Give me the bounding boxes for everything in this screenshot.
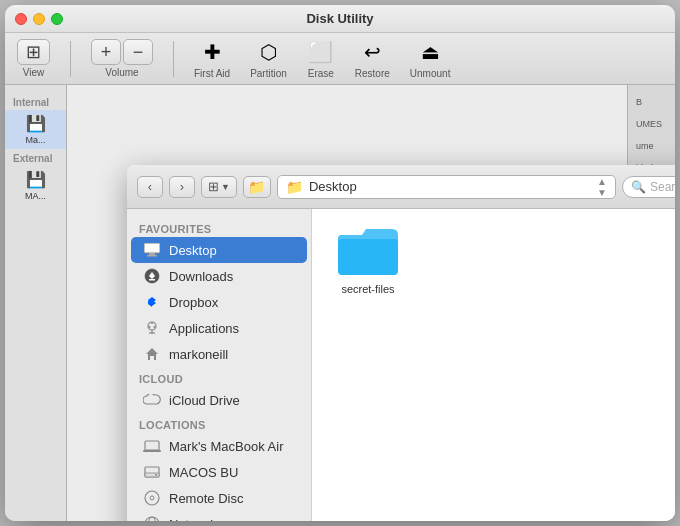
drive-icon — [143, 463, 161, 481]
unmount-icon: ⏏ — [416, 38, 444, 66]
sidebar-item-network[interactable]: Network — [131, 511, 307, 521]
traffic-lights — [15, 13, 63, 25]
toolbar-sep-1 — [70, 41, 71, 77]
sidebar-item-network-label: Network — [169, 517, 217, 522]
disk-item-external-label: MA... — [13, 191, 58, 201]
maximize-button[interactable] — [51, 13, 63, 25]
view-label: View — [23, 67, 45, 78]
favourites-section-label: Favourites — [127, 217, 311, 237]
svg-rect-18 — [145, 441, 159, 450]
sidebar-item-dropbox[interactable]: Dropbox — [131, 289, 307, 315]
sidebar-item-desktop[interactable]: Desktop — [131, 237, 307, 263]
first-aid-action[interactable]: ✚ First Aid — [194, 38, 230, 79]
sidebar-item-remote-disc[interactable]: Remote Disc — [131, 485, 307, 511]
unmount-label: Unmount — [410, 68, 451, 79]
first-aid-label: First Aid — [194, 68, 230, 79]
close-button[interactable] — [15, 13, 27, 25]
home-icon — [143, 345, 161, 363]
applications-icon — [143, 319, 161, 337]
partition-action[interactable]: ⬡ Partition — [250, 38, 287, 79]
search-box[interactable]: 🔍 Search — [622, 176, 675, 198]
dropbox-icon — [143, 293, 161, 311]
add-volume-button[interactable]: + — [91, 39, 121, 65]
sidebar-item-markoneill[interactable]: markoneill — [131, 341, 307, 367]
icloud-icon — [143, 391, 161, 409]
svg-rect-19 — [143, 450, 161, 452]
file-area: secret-files — [312, 209, 675, 521]
svg-rect-2 — [147, 255, 157, 257]
window-title: Disk Utility — [306, 11, 373, 26]
disk-item-external[interactable]: 💾 MA... — [5, 166, 66, 205]
svg-point-23 — [145, 491, 159, 505]
nav-forward-button[interactable]: › — [169, 176, 195, 198]
volume-buttons: + − — [91, 39, 153, 65]
erase-label: Erase — [308, 68, 334, 79]
sidebar-item-macbook-air[interactable]: Mark's MacBook Air — [131, 433, 307, 459]
view-group: ⊞ View — [17, 39, 50, 78]
erase-action[interactable]: ⬜ Erase — [307, 38, 335, 79]
right-panel-ume: ume — [632, 137, 671, 155]
remove-volume-button[interactable]: − — [123, 39, 153, 65]
volume-group: + − Volume — [91, 39, 153, 78]
folder-icon-secret-files — [338, 225, 398, 277]
macbook-icon — [143, 437, 161, 455]
right-panel-umes: UMES — [632, 115, 671, 133]
desktop-icon — [143, 241, 161, 259]
view-mode-button[interactable]: ⊞ ▼ — [201, 176, 237, 198]
sidebar-item-downloads[interactable]: Downloads — [131, 263, 307, 289]
file-item-secret-files[interactable]: secret-files — [328, 225, 408, 295]
svg-point-24 — [150, 496, 154, 500]
location-folder-icon: 📁 — [286, 179, 303, 195]
network-icon — [143, 515, 161, 521]
first-aid-icon: ✚ — [198, 38, 226, 66]
svg-rect-29 — [338, 239, 398, 275]
folder-create-icon: 📁 — [248, 179, 265, 195]
location-dropdown[interactable]: 📁 Desktop ▲ ▼ — [277, 175, 616, 199]
disc-icon — [143, 489, 161, 507]
restore-action[interactable]: ↩ Restore — [355, 38, 390, 79]
volume-label: Volume — [105, 67, 138, 78]
new-folder-button[interactable]: 📁 — [243, 176, 271, 198]
svg-point-25 — [145, 517, 159, 521]
dialog-toolbar: ‹ › ⊞ ▼ 📁 📁 Desktop ▲ ▼ — [127, 165, 675, 209]
internal-section-label: Internal — [5, 93, 66, 110]
sidebar-item-desktop-label: Desktop — [169, 243, 217, 258]
downloads-icon — [143, 267, 161, 285]
disk-item-internal[interactable]: 💾 Ma... — [5, 110, 66, 149]
sidebar-item-markoneill-label: markoneill — [169, 347, 228, 362]
view-grid-icon: ⊞ — [208, 179, 219, 194]
sidebar-item-macos-bu-label: MACOS BU — [169, 465, 238, 480]
svg-rect-6 — [149, 279, 155, 281]
svg-rect-1 — [149, 253, 155, 255]
toolbar: ⊞ View + − Volume ✚ First Aid ⬡ Partitio… — [5, 33, 675, 85]
svg-marker-17 — [146, 348, 158, 360]
nav-back-button[interactable]: ‹ — [137, 176, 163, 198]
sidebar-item-macos-bu[interactable]: MACOS BU — [131, 459, 307, 485]
restore-label: Restore — [355, 68, 390, 79]
svg-point-14 — [151, 322, 153, 324]
svg-point-22 — [155, 474, 157, 476]
sidebar-item-icloud-drive[interactable]: iCloud Drive — [131, 387, 307, 413]
sidebar-item-icloud-label: iCloud Drive — [169, 393, 240, 408]
toolbar-sep-2 — [173, 41, 174, 77]
location-text: Desktop — [309, 179, 591, 194]
open-dialog: ‹ › ⊞ ▼ 📁 📁 Desktop ▲ ▼ — [127, 165, 675, 521]
window-body: Internal 💾 Ma... External 💾 MA... B UMES… — [5, 85, 675, 521]
restore-icon: ↩ — [358, 38, 386, 66]
locations-section-label: Locations — [127, 413, 311, 433]
minimize-button[interactable] — [33, 13, 45, 25]
sidebar-item-remote-disc-label: Remote Disc — [169, 491, 243, 506]
sidebar-item-downloads-label: Downloads — [169, 269, 233, 284]
right-panel-b: B — [632, 93, 671, 111]
search-icon: 🔍 — [631, 180, 646, 194]
icloud-section-label: iCloud — [127, 367, 311, 387]
unmount-action[interactable]: ⏏ Unmount — [410, 38, 451, 79]
svg-point-16 — [154, 326, 156, 328]
svg-rect-0 — [144, 243, 160, 253]
partition-label: Partition — [250, 68, 287, 79]
file-name-secret-files: secret-files — [341, 283, 394, 295]
view-toggle-button[interactable]: ⊞ — [17, 39, 50, 65]
sidebar-item-applications[interactable]: Applications — [131, 315, 307, 341]
svg-point-15 — [149, 326, 151, 328]
favorites-sidebar: Favourites Desktop — [127, 209, 312, 521]
